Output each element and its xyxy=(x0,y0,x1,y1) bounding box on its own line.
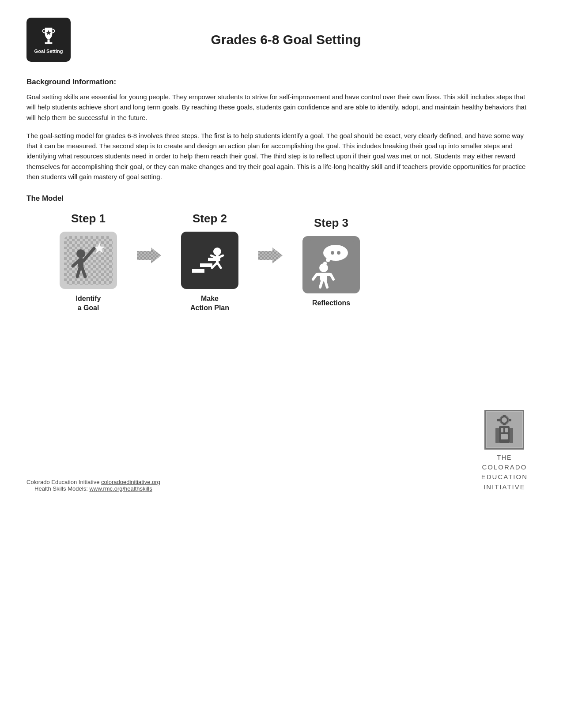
colorado-text: THE COLORADO EDUCATION INITIATIVE xyxy=(481,453,528,492)
page-header: Goal Setting Grades 6-8 Goal Setting xyxy=(26,18,528,62)
footer-right: THE COLORADO EDUCATION INITIATIVE xyxy=(481,410,528,492)
arrow-1 xyxy=(137,247,161,264)
page-title: Grades 6-8 Goal Setting xyxy=(88,32,528,47)
model-heading: The Model xyxy=(26,194,528,203)
svg-rect-59 xyxy=(495,428,499,443)
svg-rect-54 xyxy=(509,419,511,421)
svg-rect-60 xyxy=(510,428,513,443)
footer-line1: Colorado Education Initiative coloradoed… xyxy=(26,479,160,485)
svg-rect-52 xyxy=(503,423,506,425)
step-1-icon xyxy=(64,236,113,285)
background-heading: Background Information: xyxy=(26,78,528,86)
step-1-label: Identify a Goal xyxy=(76,294,101,313)
svg-rect-58 xyxy=(501,434,508,439)
svg-point-41 xyxy=(319,263,328,272)
trophy-icon xyxy=(38,25,60,47)
model-section: The Model Step 1 xyxy=(26,194,528,313)
background-paragraph-2: The goal-setting model for grades 6-8 in… xyxy=(26,131,528,182)
step-1-image xyxy=(60,232,117,289)
step-3-label: Reflections xyxy=(312,299,350,308)
arrow-2-icon xyxy=(258,247,283,264)
svg-point-50 xyxy=(502,417,507,423)
arrow-2 xyxy=(258,247,283,264)
svg-rect-1 xyxy=(45,42,53,44)
step-2-icon xyxy=(185,236,234,285)
footer-link-2[interactable]: www.rmc.org/healthskills xyxy=(89,485,152,492)
svg-rect-21 xyxy=(192,269,204,273)
logo-box: Goal Setting xyxy=(26,18,71,62)
svg-rect-43 xyxy=(317,273,331,276)
step-2-block: Step 2 xyxy=(166,212,254,313)
svg-point-37 xyxy=(326,258,330,262)
logo-label: Goal Setting xyxy=(34,49,63,54)
step-3-block: Step 3 xyxy=(287,216,375,308)
svg-line-46 xyxy=(320,281,322,287)
cei-logo-icon xyxy=(487,412,522,447)
footer-section: Colorado Education Initiative coloradoed… xyxy=(26,410,528,492)
svg-rect-0 xyxy=(48,40,50,43)
svg-marker-34 xyxy=(258,248,283,263)
step-1-block: Step 1 xyxy=(44,212,132,313)
footer-left: Colorado Education Initiative coloradoed… xyxy=(26,479,160,492)
svg-rect-53 xyxy=(497,419,500,421)
step-3-icon xyxy=(307,240,355,289)
arrow-1-icon xyxy=(137,247,161,264)
background-section: Background Information: Goal setting ski… xyxy=(26,78,528,182)
svg-rect-51 xyxy=(503,415,506,417)
steps-container: Step 1 xyxy=(44,212,528,313)
step-2-image xyxy=(181,232,238,289)
svg-point-39 xyxy=(331,251,334,255)
svg-rect-57 xyxy=(505,428,508,432)
svg-point-40 xyxy=(337,251,340,255)
svg-rect-56 xyxy=(501,428,503,432)
step-2-title: Step 2 xyxy=(193,212,227,225)
footer-link-1[interactable]: coloradoedinitiative.org xyxy=(101,479,160,485)
svg-point-9 xyxy=(76,249,85,258)
colorado-logo-box xyxy=(484,410,524,450)
step-1-title: Step 1 xyxy=(71,212,106,225)
background-paragraph-1: Goal setting skills are essential for yo… xyxy=(26,92,528,123)
step-2-label: Make Action Plan xyxy=(190,294,229,313)
step-3-image xyxy=(302,236,360,293)
step-3-title: Step 3 xyxy=(314,216,348,230)
svg-marker-19 xyxy=(137,248,161,263)
svg-line-47 xyxy=(325,281,327,287)
svg-rect-7 xyxy=(64,236,113,285)
svg-rect-22 xyxy=(200,263,212,267)
footer-line2: Health Skills Models: www.rmc.org/health… xyxy=(26,485,160,492)
